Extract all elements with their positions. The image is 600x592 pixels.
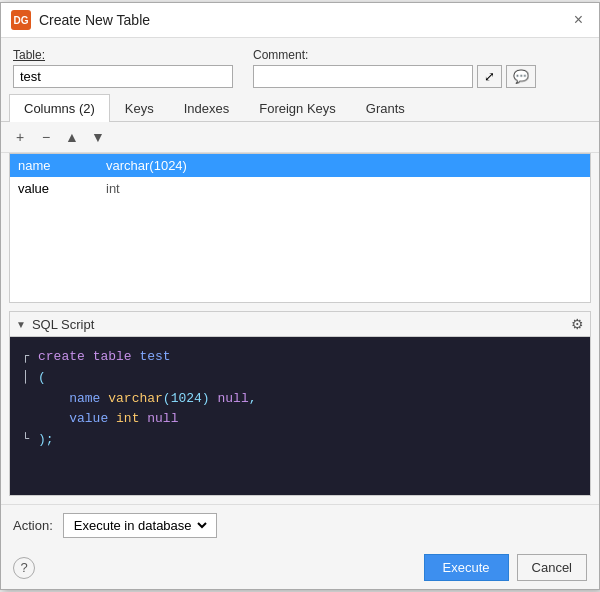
- line-marker: │: [22, 368, 38, 387]
- collapse-arrow-icon: ▼: [16, 319, 26, 330]
- sql-section: ▼ SQL Script ⚙ ┌ create table test │ ( n…: [9, 311, 591, 496]
- column-name: value: [18, 181, 98, 196]
- comment-label: Comment:: [253, 48, 536, 62]
- tab-grants[interactable]: Grants: [351, 94, 420, 122]
- sql-line: value int null: [22, 409, 578, 430]
- action-area: Action: Execute in database Save to file…: [1, 504, 599, 546]
- sql-line: │ (: [22, 368, 578, 389]
- action-select-wrapper: Execute in database Save to file Copy to…: [63, 513, 217, 538]
- tab-bar: Columns (2) Keys Indexes Foreign Keys Gr…: [1, 94, 599, 122]
- form-area: Table: Comment: ⤢ 💬: [1, 38, 599, 94]
- app-logo: DG: [11, 10, 31, 30]
- comment-group: Comment: ⤢ 💬: [253, 48, 536, 88]
- tab-indexes[interactable]: Indexes: [169, 94, 245, 122]
- close-button[interactable]: ×: [568, 9, 589, 31]
- table-name-group: Table:: [13, 48, 233, 88]
- line-marker: └: [22, 430, 38, 449]
- sql-body: ┌ create table test │ ( name varchar(102…: [9, 336, 591, 496]
- comment-input[interactable]: [253, 65, 473, 88]
- cancel-button[interactable]: Cancel: [517, 554, 587, 581]
- sql-code: create table test: [38, 347, 171, 368]
- comment-input-group: ⤢ 💬: [253, 65, 536, 88]
- sql-line: ┌ create table test: [22, 347, 578, 368]
- sql-code: );: [38, 430, 54, 451]
- tab-keys[interactable]: Keys: [110, 94, 169, 122]
- title-bar-left: DG Create New Table: [11, 10, 150, 30]
- table-name-input[interactable]: [13, 65, 233, 88]
- comment-expand-button[interactable]: ⤢: [477, 65, 502, 88]
- tab-foreign-keys[interactable]: Foreign Keys: [244, 94, 351, 122]
- column-type: varchar(1024): [106, 158, 187, 173]
- add-column-button[interactable]: +: [9, 126, 31, 148]
- sql-header[interactable]: ▼ SQL Script ⚙: [9, 311, 591, 336]
- column-name: name: [18, 158, 98, 173]
- move-up-button[interactable]: ▲: [61, 126, 83, 148]
- execute-button[interactable]: Execute: [424, 554, 509, 581]
- sql-section-title: SQL Script: [32, 317, 94, 332]
- sql-header-left: ▼ SQL Script: [16, 317, 94, 332]
- sql-line: name varchar(1024) null,: [22, 389, 578, 410]
- action-label: Action:: [13, 518, 53, 533]
- move-down-button[interactable]: ▼: [87, 126, 109, 148]
- comment-edit-button[interactable]: 💬: [506, 65, 536, 88]
- columns-table: name varchar(1024) value int: [9, 153, 591, 303]
- sql-code: (: [38, 368, 46, 389]
- column-type: int: [106, 181, 120, 196]
- remove-column-button[interactable]: −: [35, 126, 57, 148]
- title-bar: DG Create New Table ×: [1, 3, 599, 38]
- create-table-dialog: DG Create New Table × Table: Comment: ⤢ …: [0, 2, 600, 590]
- line-marker: ┌: [22, 347, 38, 366]
- sql-code: value int null: [38, 409, 178, 430]
- footer-buttons: Execute Cancel: [424, 554, 587, 581]
- sql-code: name varchar(1024) null,: [38, 389, 257, 410]
- columns-toolbar: + − ▲ ▼: [1, 122, 599, 153]
- table-row[interactable]: name varchar(1024): [10, 154, 590, 177]
- sql-line: └ );: [22, 430, 578, 451]
- table-label: Table:: [13, 48, 233, 62]
- tab-columns[interactable]: Columns (2): [9, 94, 110, 122]
- help-button[interactable]: ?: [13, 557, 35, 579]
- table-row[interactable]: value int: [10, 177, 590, 200]
- action-select[interactable]: Execute in database Save to file Copy to…: [70, 517, 210, 534]
- footer: ? Execute Cancel: [1, 546, 599, 589]
- dialog-title: Create New Table: [39, 12, 150, 28]
- gear-icon[interactable]: ⚙: [571, 316, 584, 332]
